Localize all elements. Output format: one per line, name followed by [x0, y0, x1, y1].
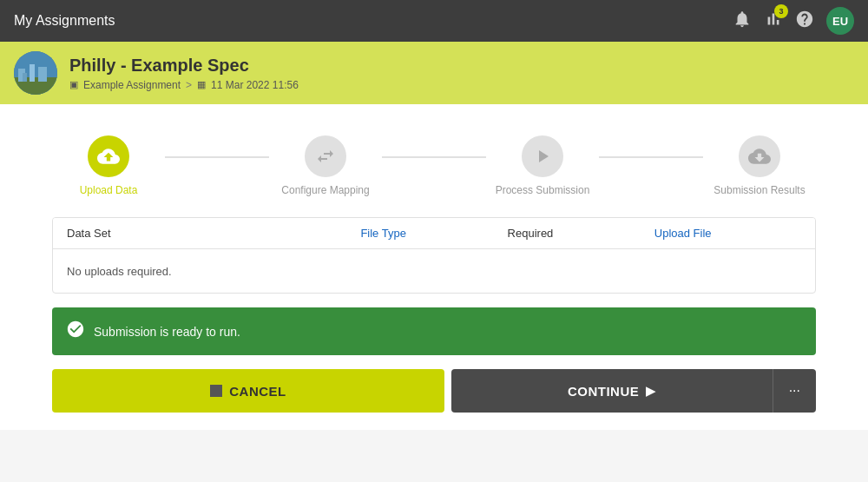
cancel-icon	[210, 385, 222, 397]
header-actions: 3 EU	[733, 7, 854, 35]
table-header: Data Set File Type Required Upload File	[53, 218, 815, 249]
banner-title: Philly - Example Spec	[69, 56, 299, 76]
steps-container: Upload Data Configure Mapping Process Su…	[52, 122, 816, 217]
step-configure-mapping: Configure Mapping	[269, 135, 382, 196]
step-process-submission: Process Submission	[486, 135, 599, 196]
step-1-circle	[88, 135, 129, 177]
step-3-label: Process Submission	[496, 184, 590, 196]
connector-3-4	[599, 156, 703, 158]
step-submission-results: Submission Results	[703, 135, 816, 196]
continue-wrapper: CONTINUE ▶ ···	[451, 369, 816, 413]
ready-text: Submission is ready to run.	[94, 325, 240, 339]
breadcrumb-separator: >	[186, 79, 192, 91]
table-body: No uploads required.	[53, 249, 815, 293]
continue-label: CONTINUE	[568, 384, 639, 399]
notification-icon[interactable]	[733, 10, 752, 33]
banner-info: Philly - Example Spec ▣ Example Assignme…	[69, 56, 299, 91]
svg-rect-5	[23, 73, 27, 82]
step-2-circle	[305, 135, 346, 177]
breadcrumb-assignment[interactable]: Example Assignment	[83, 79, 181, 91]
assignment-thumbnail	[14, 51, 57, 95]
chart-icon[interactable]: 3	[764, 10, 783, 33]
continue-button[interactable]: CONTINUE ▶	[451, 369, 773, 413]
empty-table-message: No uploads required.	[67, 265, 172, 278]
ready-check-icon	[66, 320, 85, 343]
action-buttons: CANCEL CONTINUE ▶ ···	[52, 369, 816, 413]
step-upload-data: Upload Data	[52, 135, 165, 196]
user-avatar[interactable]: EU	[826, 7, 854, 35]
step-3-circle	[522, 135, 563, 177]
col-required: Required	[508, 227, 654, 240]
col-dataset: Data Set	[67, 227, 360, 240]
assignment-banner: Philly - Example Spec ▣ Example Assignme…	[0, 42, 868, 104]
svg-rect-3	[30, 64, 35, 82]
more-options-button[interactable]: ···	[773, 369, 816, 413]
continue-play-icon: ▶	[646, 384, 656, 398]
col-filetype: File Type	[360, 227, 507, 240]
data-table: Data Set File Type Required Upload File …	[52, 217, 816, 294]
connector-1-2	[165, 156, 269, 158]
help-icon[interactable]	[795, 10, 814, 33]
cancel-label: CANCEL	[229, 384, 286, 399]
step-1-label: Upload Data	[80, 184, 138, 196]
app-title: My Assignments	[14, 13, 115, 29]
more-icon: ···	[789, 383, 800, 399]
connector-2-3	[382, 156, 486, 158]
main-content: Upload Data Configure Mapping Process Su…	[0, 104, 868, 430]
col-uploadfile: Upload File	[654, 227, 801, 240]
step-2-label: Configure Mapping	[281, 184, 369, 196]
ready-banner: Submission is ready to run.	[52, 307, 816, 355]
cancel-button[interactable]: CANCEL	[52, 369, 444, 413]
svg-rect-4	[38, 67, 47, 82]
app-header: My Assignments 3 EU	[0, 0, 868, 42]
breadcrumb: ▣ Example Assignment > ▦ 11 Mar 2022 11:…	[69, 79, 299, 91]
step-4-label: Submission Results	[713, 184, 805, 196]
step-4-circle	[739, 135, 780, 177]
chart-badge: 3	[774, 4, 788, 18]
breadcrumb-date: 11 Mar 2022 11:56	[211, 79, 299, 91]
